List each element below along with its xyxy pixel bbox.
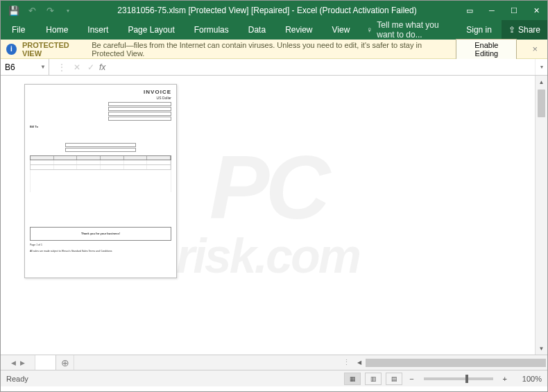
tell-me-placeholder: Tell me what you want to do... [377,20,456,40]
tab-home[interactable]: Home [36,20,78,40]
protected-view-title: PROTECTED VIEW [22,41,86,58]
tab-formulas[interactable]: Formulas [185,20,239,40]
scroll-up-icon[interactable]: ▲ [536,76,547,88]
close-button[interactable]: ✕ [525,1,547,20]
zoom-slider[interactable] [424,377,493,380]
worksheet-area: PC risk.com INVOICE US Dollar Bill To [1,76,547,355]
undo-icon[interactable]: ↶ [24,3,40,18]
vertical-scrollbar[interactable]: ▲ ▼ [535,76,547,355]
save-icon[interactable]: 💾 [6,3,22,18]
tab-split-handle[interactable]: ⋮ [339,355,353,370]
invoice-subheading: US Dollar [30,96,171,100]
status-ready: Ready [6,375,28,383]
window-title: 23181056-75.xlsm [Protected View] [Repai… [76,6,459,15]
lightbulb-icon: ♀ [366,25,373,35]
share-icon: ⇪ [508,25,515,35]
name-box[interactable]: B6 ▼ [1,59,49,75]
maximize-button[interactable]: ☐ [503,1,525,20]
tab-view[interactable]: View [323,20,360,40]
tell-me-search[interactable]: ♀ Tell me what you want to do... [359,20,456,40]
invoice-document: INVOICE US Dollar Bill To Thank you fo [24,84,177,278]
table-row [30,165,171,170]
chevron-down-icon[interactable]: ▼ [40,64,46,70]
new-sheet-button[interactable]: ⊕ [56,355,74,370]
zoom-out-button[interactable]: − [406,375,416,383]
share-button[interactable]: ⇪ Share [502,20,547,40]
file-tab[interactable]: File [1,20,36,40]
ribbon-tabs: File Home Insert Page Layout Formulas Da… [1,20,547,40]
enter-icon: ✓ [84,59,98,75]
hscroll-thumb[interactable] [366,359,546,367]
protected-view-close-icon[interactable]: × [528,44,542,54]
tab-data[interactable]: Data [239,20,275,40]
cancel-icon: ✕ [70,59,84,75]
page-layout-view-button[interactable]: ▥ [365,373,382,385]
formula-bar-expand-icon[interactable]: ▾ [535,59,547,75]
invoice-table-header [30,155,171,160]
normal-view-button[interactable]: ▦ [344,373,361,385]
enable-editing-button[interactable]: Enable Editing [456,39,517,60]
sign-in-button[interactable]: Sign in [456,20,502,40]
invoice-heading: INVOICE [30,89,171,96]
tab-page-layout[interactable]: Page Layout [118,20,184,40]
minimize-button[interactable]: ─ [481,1,503,20]
formula-bar-separator: ⋮ [49,59,70,75]
status-bar: Ready ▦ ▥ ▤ − + 100% [1,370,547,386]
ribbon-options-icon[interactable]: ▭ [459,1,481,20]
invoice-footer-page: Page 1 of 1 [30,244,171,246]
invoice-thanks: Thank you for your business! [30,227,171,241]
formula-input[interactable] [113,59,535,75]
table-row [30,160,171,165]
scroll-down-icon[interactable]: ▼ [536,342,547,355]
tab-review[interactable]: Review [275,20,322,40]
info-icon: i [6,44,17,55]
horizontal-scrollbar[interactable]: ◀ ▶ [353,355,547,370]
title-bar: 💾 ↶ ↷ ▾ 23181056-75.xlsm [Protected View… [1,1,547,20]
scroll-thumb[interactable] [538,90,545,117]
sheet-canvas[interactable]: PC risk.com INVOICE US Dollar Bill To [1,76,535,355]
formula-bar: B6 ▼ ⋮ ✕ ✓ fx ▾ [1,59,547,76]
qat-dropdown-icon[interactable]: ▾ [60,3,76,18]
sheet-tab-bar: ◀▶ ⊕ ⋮ ◀ ▶ [1,355,547,370]
fx-label[interactable]: fx [98,59,113,75]
invoice-footer-terms: All sales are made subject to Wesco's St… [30,250,171,253]
scroll-left-icon[interactable]: ◀ [353,359,366,366]
protected-view-message: Be careful—files from the Internet can c… [92,41,450,58]
protected-view-bar: i PROTECTED VIEW Be careful—files from t… [1,40,547,59]
sheet-tab[interactable] [35,355,56,370]
zoom-slider-thumb[interactable] [465,375,468,383]
sheet-nav[interactable]: ◀▶ [1,355,35,370]
zoom-in-button[interactable]: + [500,375,510,383]
redo-icon[interactable]: ↷ [42,3,58,18]
zoom-level[interactable]: 100% [514,375,542,383]
tab-insert[interactable]: Insert [78,20,118,40]
page-break-view-button[interactable]: ▤ [386,373,402,385]
